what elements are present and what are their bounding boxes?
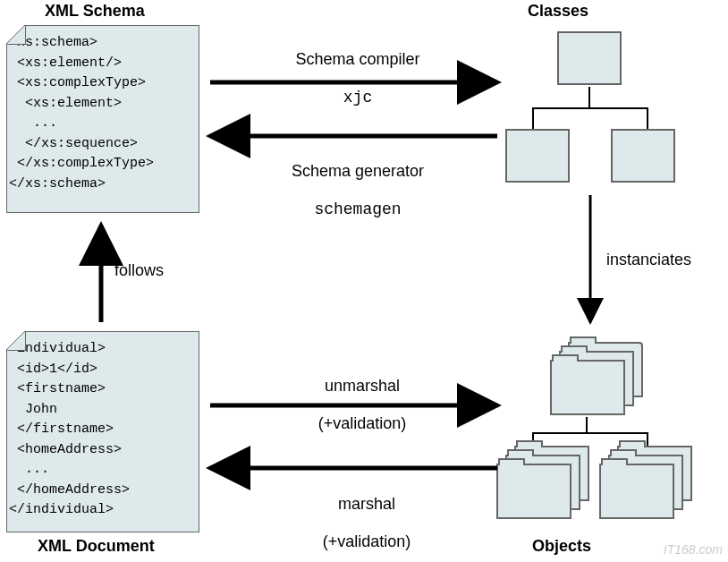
label-schema-generator: Schema generator schemagen: [264, 143, 452, 218]
code-line: </firstname>: [9, 420, 197, 440]
code-line: <id>1</id>: [9, 360, 197, 380]
objects-diagram: [496, 331, 684, 524]
title-objects: Objects: [532, 537, 591, 556]
connector-line: [647, 432, 648, 447]
unmarshal-label: unmarshal: [325, 377, 400, 395]
title-classes: Classes: [528, 2, 588, 21]
object-folder: [550, 360, 625, 415]
code-line: <xs:element>: [9, 94, 197, 115]
connector-line: [532, 107, 648, 109]
title-xml-schema: XML Schema: [45, 2, 145, 21]
label-unmarshal: unmarshal (+validation): [286, 358, 438, 433]
compiler-label: Schema compiler: [295, 50, 419, 68]
code-line: </xs:schema>: [9, 175, 197, 195]
connector-line: [532, 107, 534, 129]
connector-line: [586, 417, 588, 433]
object-folder: [599, 464, 674, 519]
code-line: <individual>: [9, 339, 197, 360]
unmarshal-note: (+validation): [318, 414, 407, 432]
connector-line: [588, 87, 590, 108]
watermark: IT168.com: [664, 542, 723, 557]
code-line: <xs:schema>: [9, 33, 197, 54]
code-line: </individual>: [9, 500, 197, 521]
label-marshal: marshal (+validation): [291, 476, 443, 551]
class-box: [505, 129, 570, 183]
code-line: <xs:element/>: [9, 54, 197, 74]
generator-tool: schemagen: [314, 200, 401, 218]
label-instanciates: instanciates: [606, 251, 691, 269]
code-line: </xs:complexType>: [9, 154, 197, 175]
label-schema-compiler: Schema compiler xjc: [268, 31, 447, 106]
label-follows: follows: [114, 261, 164, 280]
xml-schema-box: <xs:schema> <xs:element/> <xs:complexTyp…: [6, 25, 199, 213]
classes-diagram: [505, 27, 684, 206]
dogear-icon: [6, 331, 26, 351]
code-line: <homeAddress>: [9, 440, 197, 461]
generator-label: Schema generator: [292, 162, 424, 180]
code-line: John: [9, 400, 197, 421]
connector-line: [647, 107, 648, 129]
marshal-note: (+validation): [323, 532, 411, 550]
code-line: <xs:complexType>: [9, 73, 197, 94]
class-box: [611, 129, 675, 183]
code-line: </xs:sequence>: [9, 134, 197, 155]
code-line: ...: [9, 114, 197, 134]
object-folder: [496, 464, 571, 519]
title-xml-document: XML Document: [38, 537, 155, 556]
code-line: ...: [9, 460, 197, 481]
dogear-icon: [6, 25, 26, 45]
code-line: </homeAddress>: [9, 481, 197, 501]
compiler-tool: xjc: [343, 89, 372, 106]
connector-line: [532, 432, 648, 434]
marshal-label: marshal: [338, 495, 395, 513]
xml-document-box: <individual> <id>1</id> <firstname> John…: [6, 331, 199, 532]
class-box: [557, 31, 622, 85]
code-line: <firstname>: [9, 379, 197, 400]
